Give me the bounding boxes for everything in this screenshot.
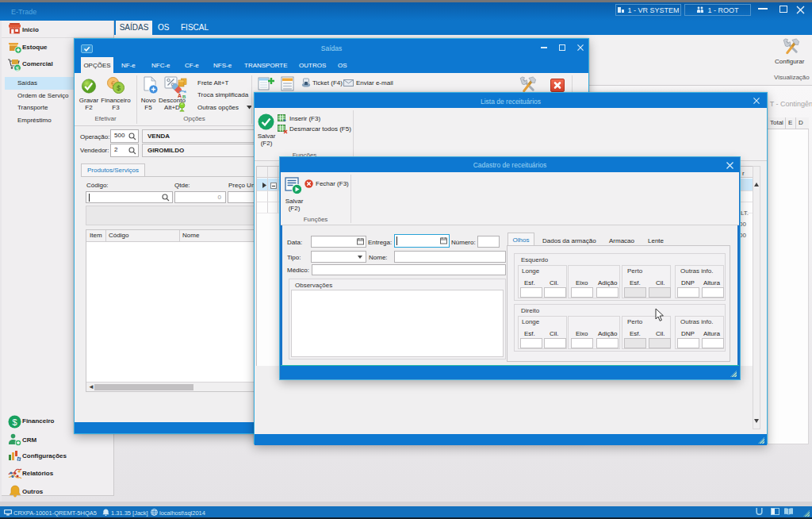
svg-text:$: $ — [117, 84, 121, 92]
svg-text:$: $ — [16, 65, 20, 72]
svg-text:B: B — [182, 94, 186, 98]
svg-text:$: $ — [12, 417, 17, 427]
svg-text:A: A — [178, 93, 182, 98]
